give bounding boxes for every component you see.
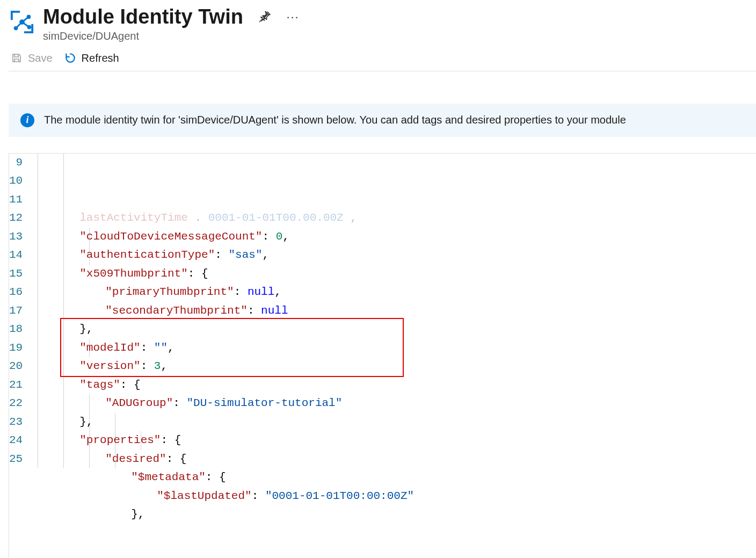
line-number: 25 bbox=[9, 450, 23, 469]
module-icon bbox=[9, 9, 35, 35]
page-title: Module Identity Twin bbox=[43, 5, 243, 29]
line-number: 12 bbox=[9, 209, 23, 228]
refresh-label: Refresh bbox=[82, 52, 119, 64]
code-line[interactable]: "primaryThumbprint": null, bbox=[32, 283, 756, 302]
svg-line-4 bbox=[16, 22, 23, 28]
code-line[interactable]: "tags": { bbox=[32, 376, 756, 395]
json-editor[interactable]: 910111213141516171819202122232425 lastAc… bbox=[9, 153, 756, 558]
code-line[interactable]: "$metadata": { bbox=[32, 468, 756, 487]
refresh-icon bbox=[64, 52, 76, 64]
info-icon: i bbox=[20, 113, 34, 127]
line-number: 22 bbox=[9, 394, 23, 413]
code-line[interactable]: "$lastUpdated": "0001-01-01T00:00:00Z" bbox=[32, 487, 756, 506]
line-number: 21 bbox=[9, 376, 23, 395]
save-label: Save bbox=[28, 52, 53, 64]
svg-line-5 bbox=[22, 17, 28, 22]
save-icon bbox=[11, 52, 23, 64]
code-line[interactable]: "secondaryThumbprint": null bbox=[32, 302, 756, 321]
code-line[interactable]: "version": 3, bbox=[32, 357, 756, 376]
command-bar: Save Refresh bbox=[9, 42, 756, 71]
line-number: 14 bbox=[9, 246, 23, 265]
line-number: 11 bbox=[9, 191, 23, 209]
line-number: 15 bbox=[9, 265, 23, 284]
code-line[interactable]: lastActivityTime . 0001-01-01T00.00.00Z … bbox=[32, 209, 756, 228]
code-line[interactable]: "properties": { bbox=[32, 431, 756, 450]
code-line[interactable]: "ADUGroup": "DU-simulator-tutorial" bbox=[32, 394, 756, 413]
info-text: The module identity twin for 'simDevice/… bbox=[44, 114, 626, 126]
code-line[interactable]: "authenticationType": "sas", bbox=[32, 246, 756, 265]
code-line[interactable]: }, bbox=[32, 505, 756, 524]
pin-icon[interactable] bbox=[257, 10, 272, 25]
line-number-gutter: 910111213141516171819202122232425 bbox=[9, 154, 32, 558]
code-line[interactable]: "desired": { bbox=[32, 450, 756, 469]
more-icon[interactable]: ··· bbox=[286, 10, 299, 24]
svg-line-6 bbox=[22, 22, 29, 27]
line-number: 20 bbox=[9, 357, 23, 376]
line-number: 18 bbox=[9, 320, 23, 339]
code-line[interactable]: "x509Thumbprint": { bbox=[32, 265, 756, 284]
line-number: 10 bbox=[9, 172, 23, 191]
code-line[interactable]: "modelId": "", bbox=[32, 339, 756, 358]
breadcrumb: simDevice/DUAgent bbox=[43, 30, 756, 42]
code-line[interactable]: }, bbox=[32, 320, 756, 339]
save-button: Save bbox=[11, 52, 53, 64]
code-line[interactable]: }, bbox=[32, 413, 756, 432]
line-number: 19 bbox=[9, 339, 23, 358]
line-number: 17 bbox=[9, 302, 23, 321]
line-number: 24 bbox=[9, 431, 23, 450]
code-line[interactable]: "cloudToDeviceMessageCount": 0, bbox=[32, 228, 756, 247]
refresh-button[interactable]: Refresh bbox=[64, 52, 119, 64]
line-number: 23 bbox=[9, 413, 23, 432]
line-number: 9 bbox=[9, 154, 23, 172]
line-number: 13 bbox=[9, 228, 23, 247]
info-banner: i The module identity twin for 'simDevic… bbox=[9, 104, 756, 137]
line-number: 16 bbox=[9, 283, 23, 302]
page-header: Module Identity Twin ··· simDevice/DUAge… bbox=[9, 0, 756, 42]
